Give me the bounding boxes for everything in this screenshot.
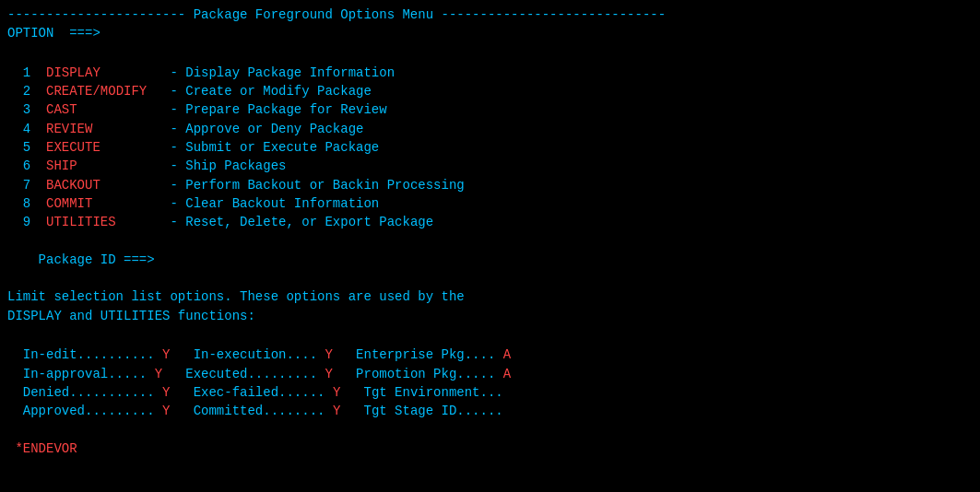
filter-row-1: In-approval..... Y Executed......... Y P… — [7, 365, 973, 383]
menu-desc-4: - Approve or Deny Package — [170, 122, 363, 136]
filter-label-col2-2: Exec-failed...... — [170, 385, 332, 400]
menu-item-2[interactable]: 2 CREATE/MODIFY - Create or Modify Packa… — [7, 82, 973, 100]
terminal-screen: ----------------------- Package Foregrou… — [7, 6, 973, 458]
menu-num-4: 4 — [7, 122, 46, 136]
menu-item-9[interactable]: 9 UTILITIES - Reset, Delete, or Export P… — [7, 213, 973, 231]
menu-item-3[interactable]: 3 CAST - Prepare Package for Review — [7, 100, 973, 119]
menu-desc-7: - Perform Backout or Backin Processing — [170, 178, 464, 193]
filter-row-2: Denied........... Y Exec-failed...... Y … — [7, 383, 973, 402]
menu-cmd-5: EXECUTE — [46, 140, 170, 155]
menu-num-1: 1 — [7, 65, 46, 80]
menu-desc-2: - Create or Modify Package — [170, 84, 371, 99]
filter-label-col1-3: Approved......... — [7, 404, 162, 418]
menu-num-2: 2 — [7, 84, 46, 99]
menu-item-1[interactable]: 1 DISPLAY - Display Package Information — [7, 64, 973, 82]
filter-val-col2-1[interactable]: Y — [325, 367, 332, 381]
menu-item-6[interactable]: 6 SHIP - Ship Packages — [7, 157, 973, 175]
menu-cmd-6: SHIP — [46, 158, 170, 173]
menu-cmd-3: CAST — [46, 102, 170, 117]
blank-line2 — [7, 232, 973, 251]
menu-num-7: 7 — [7, 178, 46, 193]
filter-val-col3-1[interactable]: A — [503, 367, 511, 381]
menu-cmd-8: COMMIT — [46, 196, 170, 211]
menu-cmd-4: REVIEW — [46, 122, 170, 136]
blank-line1 — [7, 43, 973, 62]
menu-cmd-9: UTILITIES — [46, 215, 170, 229]
header-title: ----------------------- Package Foregrou… — [7, 6, 973, 24]
menu-cmd-1: DISPLAY — [46, 65, 170, 80]
filter-label-col2-0: In-execution.... — [170, 347, 325, 362]
limit-line1: Limit selection list options. These opti… — [7, 287, 973, 306]
filter-row-3: Approved......... Y Committed........ Y … — [7, 402, 973, 420]
filter-label-col3-0: Enterprise Pkg.... — [333, 347, 503, 362]
filter-val-col2-0[interactable]: Y — [325, 347, 332, 362]
menu-num-6: 6 — [7, 158, 46, 173]
blank-line5 — [7, 421, 973, 439]
endevor-line: *ENDEVOR — [7, 439, 973, 458]
menu-desc-9: - Reset, Delete, or Export Package — [170, 215, 433, 229]
blank-line3 — [7, 269, 973, 287]
filter-label-col3-3: Tgt Stage ID...... — [340, 404, 502, 418]
menu-desc-1: - Display Package Information — [170, 65, 395, 80]
menu-item-8[interactable]: 8 COMMIT - Clear Backout Information — [7, 194, 973, 213]
menu-num-9: 9 — [7, 215, 46, 229]
menu-desc-6: - Ship Packages — [170, 158, 286, 173]
filter-row-0: In-edit.......... Y In-execution.... Y E… — [7, 346, 973, 364]
filter-rows: In-edit.......... Y In-execution.... Y E… — [7, 346, 973, 420]
menu-cmd-7: BACKOUT — [46, 178, 170, 193]
filter-label-col2-3: Committed........ — [170, 404, 332, 418]
menu-cmd-2: CREATE/MODIFY — [46, 84, 170, 99]
menu-item-7[interactable]: 7 BACKOUT - Perform Backout or Backin Pr… — [7, 176, 973, 194]
filter-label-col1-1: In-approval..... — [7, 367, 155, 381]
menu-desc-5: - Submit or Execute Package — [170, 140, 379, 155]
filter-label-col3-1: Promotion Pkg..... — [333, 367, 503, 381]
filter-label-col2-1: Executed......... — [162, 367, 325, 381]
menu-num-8: 8 — [7, 196, 46, 211]
option-prompt[interactable]: OPTION ===> — [7, 24, 973, 42]
filter-label-col1-2: Denied........... — [7, 385, 162, 400]
filter-label-col3-2: Tgt Environment... — [340, 385, 502, 400]
package-id-line[interactable]: Package ID ===> — [7, 251, 973, 269]
blank-line4 — [7, 325, 973, 344]
menu-num-3: 3 — [7, 102, 46, 117]
menu-item-5[interactable]: 5 EXECUTE - Submit or Execute Package — [7, 138, 973, 157]
limit-line2: DISPLAY and UTILITIES functions: — [7, 307, 973, 325]
menu-item-4[interactable]: 4 REVIEW - Approve or Deny Package — [7, 120, 973, 138]
menu-desc-3: - Prepare Package for Review — [170, 102, 386, 117]
filter-val-col1-1[interactable]: Y — [155, 367, 162, 381]
menu-desc-8: - Clear Backout Information — [170, 196, 379, 211]
menu-num-5: 5 — [7, 140, 46, 155]
filter-label-col1-0: In-edit.......... — [7, 347, 162, 362]
menu-options: 1 DISPLAY - Display Package Information … — [7, 64, 973, 232]
filter-val-col3-0[interactable]: A — [503, 347, 511, 362]
